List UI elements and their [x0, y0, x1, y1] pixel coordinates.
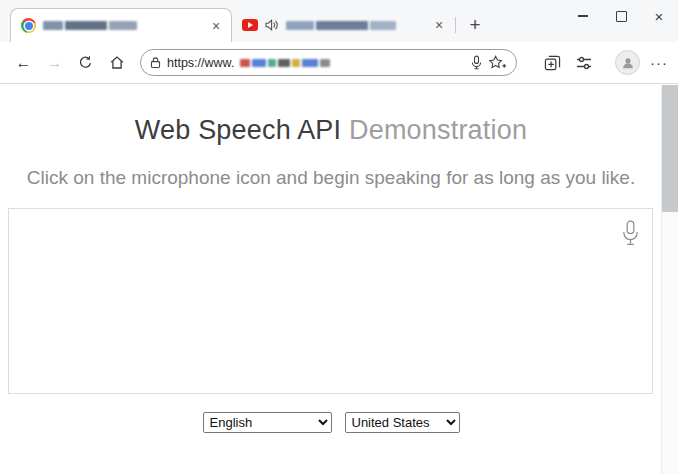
new-tab-button[interactable]: + — [462, 12, 488, 38]
lock-icon[interactable] — [150, 56, 161, 69]
minimize-button[interactable] — [564, 0, 602, 32]
transcription-results-box — [8, 208, 653, 394]
window-controls: × — [564, 0, 678, 32]
chrome-favicon-icon — [21, 18, 36, 33]
scrollbar-thumb[interactable] — [662, 85, 678, 212]
language-select[interactable]: English — [203, 412, 332, 433]
tab-2[interactable]: × — [232, 8, 454, 42]
add-favorite-button[interactable] — [488, 55, 507, 70]
profile-button[interactable] — [615, 50, 640, 75]
microphone-button[interactable] — [622, 220, 639, 247]
language-controls: English United States — [0, 412, 662, 433]
browser-window: × × + × ← → — [0, 0, 678, 474]
redacted-url-text — [240, 59, 330, 67]
profile-avatar-icon — [621, 56, 635, 70]
close-button[interactable]: × — [640, 0, 678, 32]
page-title-strong: Web Speech API — [135, 115, 341, 145]
maximize-button[interactable] — [602, 0, 640, 32]
page-title: Web Speech API Demonstration — [0, 115, 662, 146]
refresh-button[interactable] — [72, 49, 99, 76]
page-content: Web Speech API Demonstration Click on th… — [0, 85, 662, 474]
instructions-text: Click on the microphone icon and begin s… — [7, 164, 655, 193]
microphone-icon — [622, 220, 639, 247]
home-button[interactable] — [103, 49, 130, 76]
tab-close-button[interactable]: × — [207, 17, 225, 35]
collections-button[interactable] — [539, 49, 566, 76]
address-bar[interactable]: https://www. — [140, 49, 517, 76]
tab-bar: × × + × — [0, 0, 678, 42]
tab-close-button[interactable]: × — [430, 16, 448, 34]
youtube-favicon-icon — [242, 19, 258, 31]
url-text: https://www. — [167, 56, 234, 70]
close-icon: × — [655, 9, 664, 24]
tab-audio-indicator-icon[interactable] — [265, 19, 279, 31]
browser-essentials-button[interactable] — [570, 49, 597, 76]
redacted-tab-title — [43, 21, 137, 30]
dialect-select[interactable]: United States — [345, 412, 460, 433]
collections-icon — [544, 55, 561, 71]
redacted-tab-title — [286, 21, 396, 30]
tab-1[interactable]: × — [10, 8, 232, 42]
maximize-icon — [616, 11, 627, 22]
home-icon — [109, 55, 125, 70]
page-title-light: Demonstration — [349, 115, 527, 145]
browser-essentials-icon — [576, 56, 592, 70]
forward-button[interactable]: → — [41, 49, 68, 76]
more-menu-button[interactable]: ··· — [650, 54, 668, 71]
page-scrollbar[interactable] — [661, 85, 678, 474]
navigation-bar: ← → https://www. — [0, 42, 678, 84]
refresh-icon — [78, 55, 93, 70]
minimize-icon — [578, 15, 588, 16]
microphone-permission-icon[interactable] — [471, 55, 482, 70]
back-button[interactable]: ← — [10, 49, 37, 76]
